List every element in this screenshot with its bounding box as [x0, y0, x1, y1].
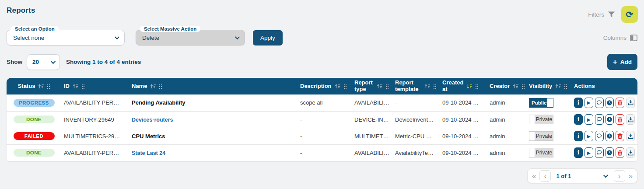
- column-drag-handle[interactable]: [81, 84, 84, 89]
- download-button[interactable]: [626, 114, 635, 125]
- id-cell: INVENTORY-29649: [61, 111, 129, 128]
- massive-action-select-label: Select Massive Action: [140, 26, 200, 32]
- sort-icon[interactable]: [377, 84, 382, 89]
- first-page-button[interactable]: «: [532, 172, 536, 180]
- refresh-button[interactable]: ⟳: [621, 6, 638, 23]
- run-button[interactable]: ▶: [584, 147, 593, 158]
- info-button[interactable]: i: [574, 114, 583, 125]
- comment-icon: [596, 150, 602, 155]
- apply-button[interactable]: Apply: [253, 30, 283, 46]
- status-badge: FAILED: [14, 132, 55, 140]
- download-button[interactable]: [626, 98, 635, 108]
- delete-button[interactable]: [616, 98, 624, 108]
- description-cell: scope all: [298, 94, 352, 111]
- column-header-status[interactable]: Status: [7, 78, 61, 94]
- column-drag-handle[interactable]: [522, 84, 525, 89]
- column-drag-handle[interactable]: [343, 84, 346, 89]
- page-indicator: 1 of 1: [556, 173, 571, 179]
- info-button[interactable]: i: [574, 98, 583, 108]
- sort-desc-active-icon[interactable]: [466, 84, 472, 89]
- sort-icon[interactable]: [424, 84, 430, 89]
- reports-table: Status ID Name: [7, 78, 637, 161]
- show-row: Show 20 Showing 1 to 4 of 4 entries + Ad…: [7, 54, 637, 70]
- info-icon: i: [578, 99, 579, 106]
- column-drag-handle[interactable]: [47, 84, 50, 89]
- status-badge: DONE: [14, 149, 55, 157]
- last-page-button[interactable]: »: [629, 172, 633, 180]
- column-header-created-at[interactable]: Created at: [440, 78, 487, 94]
- column-drag-handle[interactable]: [385, 84, 388, 89]
- comment-button[interactable]: [595, 98, 604, 108]
- comment-icon: [596, 117, 602, 122]
- add-button[interactable]: + Add: [607, 54, 637, 70]
- column-drag-handle[interactable]: [159, 84, 162, 89]
- report-name-link[interactable]: Devices-routers: [132, 117, 173, 123]
- report-name-link[interactable]: State Last 24: [132, 150, 165, 156]
- page-size-select[interactable]: 20: [27, 54, 60, 70]
- report-type-cell: DEVICE-IN…: [352, 111, 392, 128]
- delete-button[interactable]: [616, 147, 624, 158]
- download-icon: [628, 133, 634, 139]
- column-header-id[interactable]: ID: [61, 78, 129, 94]
- page-select-chevron-icon[interactable]: [603, 173, 608, 178]
- report-type-cell: AVAILABILI…: [352, 94, 392, 111]
- next-page-button[interactable]: ›: [618, 172, 621, 180]
- columns-button[interactable]: Columns: [603, 35, 637, 41]
- sort-icon[interactable]: [513, 84, 518, 89]
- visibility-toggle[interactable]: Public: [529, 98, 553, 108]
- column-header-name[interactable]: Name: [129, 78, 298, 94]
- toggle-knob: [529, 132, 535, 140]
- toggle-knob: [529, 115, 535, 124]
- column-header-report-type[interactable]: Report type: [352, 78, 392, 94]
- visibility-toggle[interactable]: Private: [529, 131, 553, 141]
- visibility-toggle[interactable]: Private: [529, 148, 553, 158]
- column-drag-handle[interactable]: [475, 84, 478, 89]
- description-cell: -: [298, 111, 352, 128]
- run-button[interactable]: ▶: [584, 131, 593, 141]
- column-drag-handle[interactable]: [433, 84, 436, 89]
- sort-icon[interactable]: [335, 84, 340, 89]
- trash-icon: [617, 117, 623, 122]
- previous-page-button[interactable]: ‹: [544, 172, 547, 180]
- row-actions: i ▶: [574, 147, 635, 158]
- column-header-description[interactable]: Description: [298, 78, 352, 94]
- comment-button[interactable]: [595, 114, 604, 125]
- report-name: CPU Metrics: [132, 133, 165, 140]
- report-template-cell: Metric-CPU …: [392, 128, 440, 144]
- table-row: PROGRESS AVAILABILITY-PER… Pending Avail…: [7, 94, 637, 111]
- id-cell: MULTIMETRICS-29…: [61, 128, 129, 144]
- schedule-button[interactable]: [606, 147, 614, 158]
- info-button[interactable]: i: [574, 131, 583, 141]
- description-cell: -: [298, 128, 352, 144]
- column-header-report-template[interactable]: Report template: [392, 78, 440, 94]
- topbar-right: Filters ⟳: [588, 6, 638, 23]
- sort-icon[interactable]: [150, 84, 156, 89]
- schedule-button[interactable]: [606, 131, 614, 141]
- run-button[interactable]: ▶: [584, 114, 593, 125]
- visibility-toggle[interactable]: Private: [529, 115, 553, 124]
- sort-icon[interactable]: [73, 84, 78, 89]
- comment-button[interactable]: [595, 147, 604, 158]
- run-button[interactable]: ▶: [584, 98, 593, 108]
- sort-icon[interactable]: [38, 84, 44, 89]
- option-select[interactable]: Select an Option Select none: [7, 30, 125, 46]
- delete-button[interactable]: [616, 131, 624, 141]
- download-button[interactable]: [626, 131, 635, 141]
- massive-action-select[interactable]: Select Massive Action Delete: [136, 30, 245, 46]
- columns-label: Columns: [603, 35, 626, 41]
- creator-cell: admin: [487, 111, 526, 128]
- schedule-button[interactable]: [606, 114, 614, 125]
- filters-button[interactable]: Filters: [588, 11, 615, 18]
- row-actions: i ▶: [574, 114, 635, 125]
- trash-icon: [617, 100, 623, 105]
- schedule-button[interactable]: [606, 98, 614, 108]
- column-drag-handle[interactable]: [564, 84, 567, 89]
- column-header-creator[interactable]: Creator: [487, 78, 526, 94]
- column-header-visibility[interactable]: Visibility: [526, 78, 571, 94]
- download-button[interactable]: [626, 147, 635, 158]
- info-button[interactable]: i: [574, 147, 583, 158]
- delete-button[interactable]: [616, 114, 624, 125]
- sort-icon[interactable]: [555, 84, 561, 89]
- comment-button[interactable]: [595, 131, 604, 141]
- id-cell: AVAILABILITY-PER…: [61, 94, 129, 111]
